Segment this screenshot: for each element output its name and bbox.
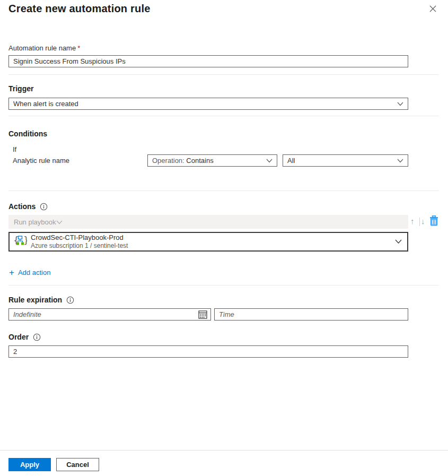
close-button[interactable] bbox=[426, 3, 439, 16]
divider bbox=[8, 74, 439, 75]
divider bbox=[8, 285, 439, 285]
order-label: Order bbox=[8, 333, 29, 341]
operator-value: Operation: Contains bbox=[152, 157, 266, 165]
conditions-if-label: If bbox=[13, 145, 16, 153]
chevron-down-icon bbox=[266, 157, 273, 165]
order-input[interactable] bbox=[8, 345, 408, 358]
order-heading-row: Order bbox=[8, 332, 41, 342]
calendar-icon[interactable] bbox=[198, 310, 207, 321]
rule-expiration-heading-row: Rule expiration bbox=[8, 295, 74, 305]
expiration-time-input[interactable] bbox=[214, 308, 408, 321]
close-icon bbox=[429, 5, 437, 14]
page-title: Create new automation rule bbox=[8, 3, 150, 15]
footer-divider bbox=[0, 450, 448, 451]
playbook-info: CrowdSec-CTI-Playbook-Prod Azure subscri… bbox=[31, 233, 395, 250]
cancel-button[interactable]: Cancel bbox=[56, 458, 99, 471]
conditions-heading: Conditions bbox=[8, 129, 47, 138]
actions-heading-row: Actions bbox=[8, 202, 48, 211]
condition-value-dropdown[interactable]: All bbox=[283, 154, 408, 167]
required-asterisk: * bbox=[77, 44, 80, 52]
plus-icon: + bbox=[9, 268, 14, 277]
move-action-down-button[interactable]: ↓ bbox=[421, 217, 425, 225]
create-automation-rule-panel: Create new automation rule Automation ru… bbox=[0, 0, 448, 476]
rule-expiration-label: Rule expiration bbox=[8, 296, 62, 304]
chevron-down-icon bbox=[397, 157, 403, 165]
apply-button[interactable]: Apply bbox=[8, 458, 51, 471]
move-action-up-button[interactable]: ↑ bbox=[410, 217, 415, 225]
chevron-down-icon bbox=[397, 100, 403, 108]
expiration-date-input[interactable] bbox=[8, 308, 211, 321]
separator bbox=[419, 218, 420, 226]
expiration-date-field bbox=[8, 308, 211, 321]
actions-heading: Actions bbox=[8, 202, 36, 211]
playbook-name: CrowdSec-CTI-Playbook-Prod bbox=[31, 233, 395, 242]
divider bbox=[8, 116, 439, 116]
rule-name-label: Automation rule name* bbox=[8, 44, 80, 52]
delete-action-button[interactable] bbox=[429, 215, 438, 228]
playbook-dropdown[interactable]: { } CrowdSec-CTI-Playbook-Prod Azure sub… bbox=[8, 232, 408, 252]
logic-app-icon: { } bbox=[13, 235, 27, 249]
chevron-down-icon bbox=[395, 238, 402, 246]
rule-name-input[interactable] bbox=[8, 55, 408, 67]
svg-text:}: } bbox=[23, 235, 27, 246]
up-arrow-icon: ↑ bbox=[410, 217, 415, 225]
condition-field-label: Analytic rule name bbox=[13, 157, 69, 165]
info-icon[interactable] bbox=[66, 296, 74, 306]
condition-operator-dropdown[interactable]: Operation: Contains bbox=[147, 154, 277, 167]
down-arrow-icon: ↓ bbox=[421, 217, 425, 225]
divider bbox=[8, 191, 439, 191]
chevron-down-icon bbox=[56, 218, 63, 226]
action-type-value: Run playbook bbox=[14, 218, 56, 226]
info-icon[interactable] bbox=[40, 203, 48, 212]
trash-icon bbox=[429, 215, 438, 228]
info-icon[interactable] bbox=[33, 333, 41, 343]
trigger-heading: Trigger bbox=[8, 84, 33, 93]
add-action-button[interactable]: + Add action bbox=[9, 268, 50, 277]
condition-value-selected: All bbox=[287, 157, 397, 165]
trigger-selected-value: When alert is created bbox=[13, 100, 397, 108]
action-type-dropdown: Run playbook bbox=[8, 215, 408, 229]
trigger-dropdown[interactable]: When alert is created bbox=[8, 98, 408, 110]
add-action-label: Add action bbox=[18, 269, 50, 276]
playbook-scope: Azure subscription 1 / sentinel-test bbox=[31, 242, 395, 250]
